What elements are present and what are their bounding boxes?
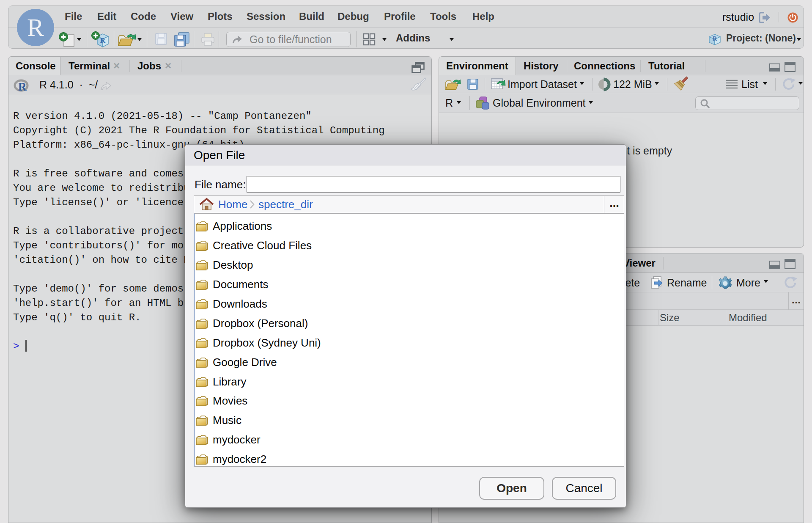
svg-text:R: R [713,36,717,42]
svg-text:R: R [18,80,27,93]
svg-text:R: R [100,36,106,44]
